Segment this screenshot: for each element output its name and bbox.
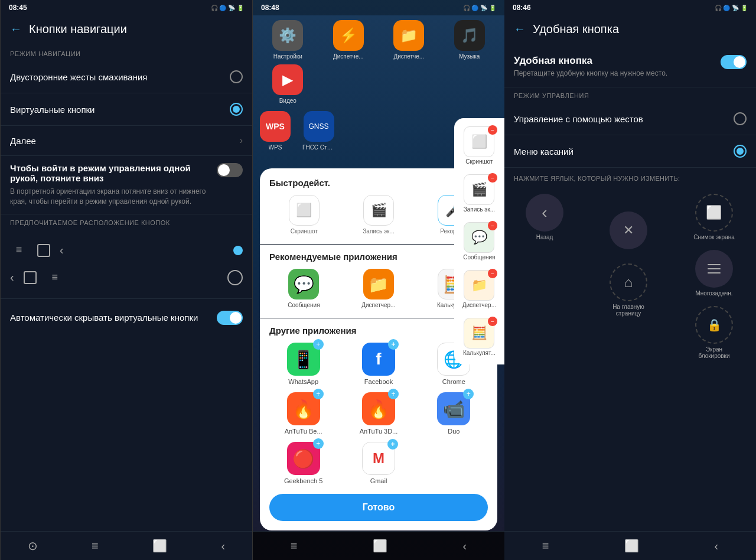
swipe-radio[interactable] <box>230 70 243 83</box>
screenshot-shortcut-icon: ⬜ <box>695 194 733 232</box>
auto-hide-label: Автоматически скрывать виртуальные кнопк… <box>10 312 198 323</box>
side-calc[interactable]: 🧮 − Калькулят... <box>459 314 500 360</box>
lock-shortcut-label: Экран блокировки <box>693 346 735 359</box>
setting-touch-menu[interactable]: Меню касаний <box>504 135 756 168</box>
bg-app-music[interactable]: 🎵 Музыка <box>442 20 498 60</box>
multitask-shortcut-icon <box>695 250 733 288</box>
back-icon-p2[interactable]: ‹ <box>463 539 467 553</box>
back-button-p1[interactable]: ← <box>10 22 22 36</box>
setting-auto-hide[interactable]: Автоматически скрывать виртуальные кнопк… <box>1 299 252 337</box>
bg-app-disp1[interactable]: ⚡ Диспетче... <box>321 20 377 60</box>
touch-radio[interactable] <box>734 145 747 158</box>
whatsapp-glyph: 📱 <box>292 349 314 370</box>
app-gmail[interactable]: M + Gmail <box>344 442 412 484</box>
task-icon-p3[interactable]: ≡ <box>542 539 549 553</box>
quick-screen-rec[interactable]: 🎬 Запись эк... <box>363 195 394 235</box>
side-calc-label: Калькулят... <box>463 350 496 356</box>
side-screenshot[interactable]: ⬜ − Скриншот <box>459 123 500 168</box>
duo-label: Duo <box>448 428 460 435</box>
square-icon <box>37 244 50 257</box>
remove-badge-3: − <box>488 221 497 230</box>
bg-app-settings[interactable]: ⚙️ Настройки <box>260 20 316 60</box>
virtual-radio[interactable] <box>230 103 243 116</box>
rec-app-dispatcher[interactable]: 📁 Диспетчер... <box>361 269 395 308</box>
shortcut-multitask[interactable]: Многозадачн. <box>695 250 733 297</box>
shortcut-close[interactable]: ✕ <box>610 211 647 252</box>
home-icon-p3[interactable]: ⬜ <box>624 539 639 553</box>
bg-app-gnss[interactable]: GNSS ГНСС Ста... <box>302 111 335 151</box>
bg-app-video[interactable]: ▶ Видео <box>260 64 316 104</box>
icons-p3: 🎧 🔵 📡 🔋 <box>715 5 748 11</box>
panel-app-picker: 08:48 🎧 🔵 📡 🔋 ⚙️ Настройки ⚡ Диспетче...… <box>253 0 504 560</box>
close-shortcut-icon: ✕ <box>610 211 647 249</box>
side-screenrec-label: Запись эк... <box>464 206 495 213</box>
app-antutu3d[interactable]: 🔥 + AnTuTu 3D... <box>344 392 412 435</box>
plus-badge-gmail: + <box>387 439 398 450</box>
side-dispatcher[interactable]: 📁 − Диспетчер... <box>459 266 500 312</box>
lock-shortcut-icon: 🔒 <box>695 306 733 344</box>
back-icon-p3[interactable]: ‹ <box>715 539 719 553</box>
back-icon-p1[interactable]: ⬜ <box>152 539 167 553</box>
icons-p2: 🎧 🔵 📡 🔋 <box>463 5 496 11</box>
task-icon-p1[interactable]: ≡ <box>92 539 99 553</box>
virtual-label: Виртуальные кнопки <box>10 105 95 115</box>
section-control-mode: РЕЖИМ УПРАВЛЕНИЯ <box>504 87 756 103</box>
screenshot-label: Скриншот <box>291 228 318 235</box>
setting-swipe-gestures[interactable]: Двусторонние жесты смахивания <box>1 61 252 93</box>
gnss-icon: GNSS <box>304 111 334 142</box>
geekbench-label: Geekbench 5 <box>284 477 322 484</box>
auto-hide-toggle[interactable] <box>217 311 243 325</box>
side-screenrec-icon: 🎬 − <box>464 174 494 205</box>
shortcut-lock[interactable]: 🔒 Экран блокировки <box>693 306 735 359</box>
rec-app-messages[interactable]: 💬 Сообщения <box>288 269 320 308</box>
page-title-p1: Кнопки навигации <box>29 22 127 36</box>
screenshot-icon: ⬜ <box>289 195 320 226</box>
app-antutu[interactable]: 🔥 + AnTuTu Be... <box>269 392 337 435</box>
panel-convenient-button: 08:46 🎧 🔵 📡 🔋 ← Удобная кнопка Удобная к… <box>504 0 756 560</box>
side-messages-icon: 💬 − <box>464 222 494 253</box>
quick-screenshot[interactable]: ⬜ Скриншот <box>289 195 320 235</box>
settings-icon: ⚙️ <box>272 20 303 51</box>
bg-app-disp2[interactable]: 📁 Диспетче... <box>381 20 437 60</box>
back-button-p3[interactable]: ← <box>514 22 526 36</box>
task-icon-p2[interactable]: ≡ <box>291 539 298 553</box>
bg-app-wps[interactable]: WPS WPS <box>260 111 291 151</box>
setting-virtual-buttons[interactable]: Виртуальные кнопки <box>1 93 252 126</box>
next-label: Далее <box>10 136 36 146</box>
recent-icon-p1[interactable]: ‹ <box>221 539 226 553</box>
hamburger-icon-2: ≡ <box>46 269 64 286</box>
setting-next[interactable]: Далее › <box>1 126 252 156</box>
screenrec-glyph: 🎬 <box>371 203 387 218</box>
time-p3: 08:46 <box>513 4 531 12</box>
wps-label: WPS <box>269 144 282 151</box>
home-icon-p2[interactable]: ⬜ <box>373 539 387 553</box>
home-icon-p1[interactable]: ⊙ <box>28 539 38 553</box>
side-screenshot-label: Скриншот <box>465 158 493 165</box>
time-p2: 08:48 <box>261 4 279 12</box>
antutu-label: AnTuTu Be... <box>285 428 322 435</box>
shortcut-back[interactable]: ‹ Назад <box>526 194 563 240</box>
app-whatsapp[interactable]: 📱 + WhatsApp <box>269 343 337 385</box>
antutu-icon: 🔥 + <box>287 392 320 425</box>
shortcut-home[interactable]: ⌂ На главную страницу <box>608 263 649 317</box>
setting-gesture-control[interactable]: Управление с помощью жестов <box>504 103 756 135</box>
ready-button[interactable]: Готово <box>269 494 488 521</box>
video-icon: ▶ <box>272 64 303 95</box>
convenient-toggle[interactable] <box>721 55 747 69</box>
app-geekbench[interactable]: 🔴 + Geekbench 5 <box>269 442 337 484</box>
disp1-icon: ⚡ <box>333 20 364 51</box>
app-facebook[interactable]: f + Facebook <box>344 343 412 385</box>
one-hand-toggle[interactable] <box>217 163 243 177</box>
gesture-radio[interactable] <box>734 112 747 125</box>
disp2-label: Диспетче... <box>393 53 424 60</box>
side-screenrec[interactable]: 🎬 − Запись эк... <box>459 171 500 216</box>
side-messages[interactable]: 💬 − Сообщения <box>459 219 500 264</box>
layout-row-1[interactable]: ≡ ‹ <box>10 237 243 264</box>
app-duo[interactable]: 📹 + Duo <box>420 392 488 435</box>
layout-row-2[interactable]: ‹ ≡ <box>10 264 243 291</box>
shortcut-screenshot[interactable]: ⬜ Снимок экрана <box>693 194 735 240</box>
whatsapp-icon: 📱 + <box>287 343 320 376</box>
status-bar-p3: 08:46 🎧 🔵 📡 🔋 <box>504 0 756 15</box>
bottom-nav-p3: ≡ ⬜ ‹ <box>504 531 756 560</box>
video-label: Видео <box>279 97 296 104</box>
